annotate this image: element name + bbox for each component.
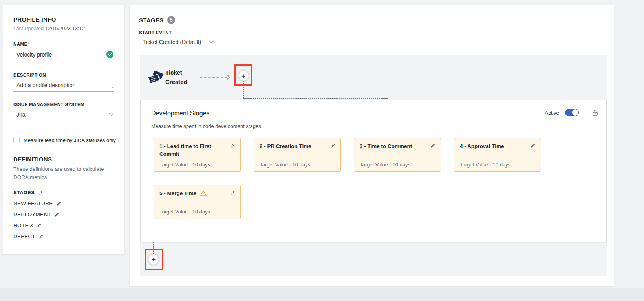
profile-info-title: PROFILE INFO: [13, 16, 114, 23]
connector-horizontal: [243, 98, 388, 99]
edit-icon[interactable]: [430, 142, 436, 148]
ims-select-value: Jira: [16, 111, 26, 118]
definition-label: DEPLOYMENT: [13, 212, 51, 217]
active-toggle[interactable]: [565, 109, 579, 116]
active-label: Active: [545, 110, 559, 116]
edit-icon[interactable]: [37, 223, 42, 228]
development-stages-card: Development Stages Measure time spent in…: [140, 100, 607, 242]
description-field[interactable]: Add a profile description: [13, 82, 114, 92]
stage-card-3[interactable]: 3 - Time to Comment Target Value - 10 da…: [354, 138, 441, 172]
required-asterisk: *: [28, 42, 30, 46]
last-updated-value: 12/15/2023 13:12: [45, 26, 85, 31]
last-updated: Last Updated 12/15/2023 13:12: [13, 26, 114, 31]
chevron-down-icon: [209, 40, 214, 44]
definitions-title: DEFINITIONS: [13, 156, 114, 162]
warning-icon: [199, 190, 207, 197]
definition-row-deployment: DEPLOYMENT: [13, 212, 114, 217]
edit-icon[interactable]: [230, 142, 236, 148]
description-label: DESCRIPTION: [13, 73, 114, 77]
stage-card-5[interactable]: 5 - Merge Time Target Value - 10 days: [154, 185, 241, 219]
definitions-subtitle: These definitions are used to calculate …: [13, 165, 112, 182]
stage-name: 1 - Lead time to First Commit: [159, 142, 236, 159]
workflow-canvas: Ticket Created + Development Stages Meas…: [140, 55, 607, 276]
connector-vertical: [243, 81, 244, 98]
lead-time-checkbox[interactable]: [13, 137, 20, 143]
page-footer-strip: [0, 288, 644, 301]
description-placeholder: Add a profile description: [16, 82, 75, 88]
lead-time-checkbox-label: Measure lead time by JIRA statuses only: [24, 137, 116, 143]
stages-panel: STAGES 5 START EVENT Ticket Created (Def…: [130, 5, 614, 286]
edit-icon[interactable]: [38, 234, 44, 239]
stage-card-4[interactable]: 4 - Approval Time Target Value - 10 days: [454, 138, 541, 172]
lead-time-checkbox-row[interactable]: Measure lead time by JIRA statuses only: [13, 137, 114, 143]
start-event-select[interactable]: Ticket Created (Default): [139, 39, 214, 49]
definition-row-new-feature: NEW FEATURE: [13, 201, 114, 206]
flow-arrow: [200, 77, 227, 78]
definition-row-defect: DEFECT: [13, 234, 114, 239]
start-event-label: START EVENT: [139, 30, 614, 35]
lock-icon[interactable]: [592, 109, 598, 116]
flow-arrowhead-icon: [225, 75, 230, 80]
edit-icon[interactable]: [330, 142, 336, 148]
valid-check-icon: [106, 51, 113, 58]
stage-connector: [241, 155, 254, 155]
stage-connector: [441, 155, 454, 155]
ticket-icon: [146, 69, 164, 85]
edit-icon[interactable]: [230, 190, 236, 195]
name-label: NAME*: [13, 42, 114, 46]
add-stage-button-bottom[interactable]: +: [148, 254, 159, 265]
stage-target-value: Target Value - 10 days: [159, 209, 210, 215]
definition-label: STAGES: [13, 190, 35, 195]
add-stage-button-top[interactable]: +: [238, 70, 249, 81]
definition-label: DEFECT: [13, 234, 35, 239]
profile-info-panel: PROFILE INFO Last Updated 12/15/2023 13:…: [3, 5, 124, 254]
stage-connector: [197, 180, 197, 185]
definition-label: HOTFIX: [13, 223, 33, 228]
stage-connector: [341, 155, 354, 155]
stage-target-value: Target Value - 10 days: [360, 162, 410, 168]
toggle-knob: [572, 109, 578, 116]
name-field[interactable]: Velocity profile: [13, 51, 114, 62]
start-node-label: Ticket Created: [165, 68, 198, 87]
stage-target-value: Target Value - 10 days: [460, 162, 510, 168]
stages-header: STAGES 5: [139, 16, 614, 24]
resize-handle-icon[interactable]: [110, 85, 113, 88]
group-subtitle: Measure time spent in code development s…: [151, 123, 262, 129]
edit-icon[interactable]: [54, 212, 60, 217]
edit-icon[interactable]: [38, 190, 44, 195]
stages-title: STAGES: [139, 17, 163, 24]
ims-label: ISSUE MANAGEMENT SYSTEM: [13, 102, 114, 107]
connector-vertical-bottom: [153, 242, 154, 254]
stage-target-value: Target Value - 10 days: [260, 162, 310, 168]
definition-label: NEW FEATURE: [13, 201, 53, 206]
stage-target-value: Target Value - 10 days: [159, 162, 210, 168]
stage-name: 2 - PR Creation Time: [260, 142, 336, 150]
stages-count-badge: 5: [167, 16, 175, 24]
profile-editor-page: PROFILE INFO Last Updated 12/15/2023 13:…: [0, 0, 644, 301]
stage-name: 4 - Approval Time: [460, 142, 536, 150]
stage-connector: [197, 180, 498, 180]
stage-card-1[interactable]: 1 - Lead time to First Commit Target Val…: [154, 138, 241, 172]
connector-stub: [233, 78, 238, 78]
edit-icon[interactable]: [56, 201, 62, 206]
stage-connector: [498, 172, 498, 180]
group-controls: Active: [545, 109, 598, 116]
definition-row-hotfix: HOTFIX: [13, 223, 114, 228]
name-field-value: Velocity profile: [16, 51, 52, 58]
group-title: Development Stages: [151, 110, 210, 117]
edit-icon[interactable]: [530, 142, 536, 148]
chevron-down-icon: [109, 113, 113, 116]
definition-row-stages: STAGES: [13, 190, 114, 195]
ims-select[interactable]: Jira: [13, 111, 114, 122]
node-divider: [232, 70, 232, 91]
start-event-value: Ticket Created (Default): [143, 39, 201, 45]
stage-name: 5 - Merge Time: [159, 190, 236, 197]
stage-name: 3 - Time to Comment: [360, 142, 436, 150]
stage-card-2[interactable]: 2 - PR Creation Time Target Value - 10 d…: [254, 138, 341, 172]
